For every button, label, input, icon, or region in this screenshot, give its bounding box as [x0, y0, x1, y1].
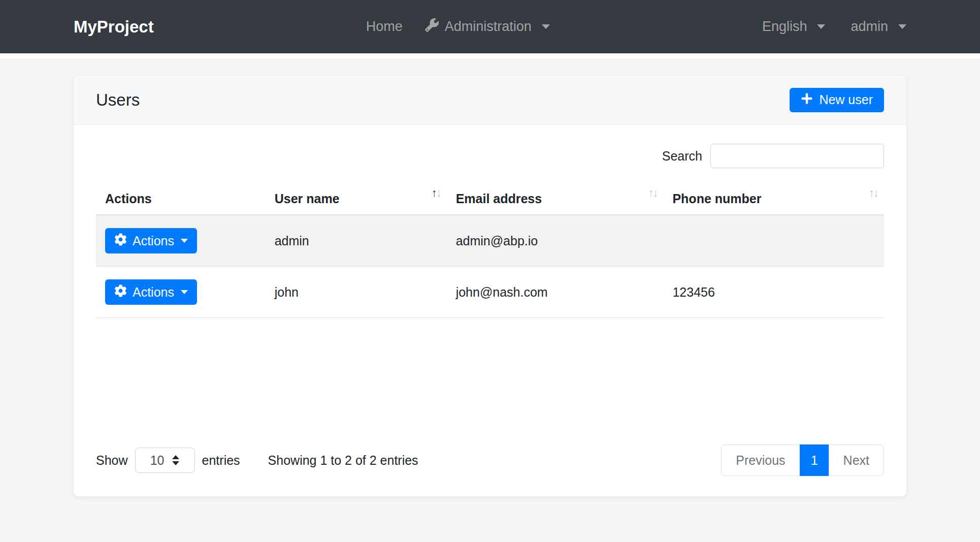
- nav-home[interactable]: Home: [366, 19, 403, 35]
- sort-desc-icon: ↓: [652, 186, 657, 199]
- chevron-down-icon: [181, 239, 188, 243]
- row-actions-label: Actions: [133, 285, 174, 300]
- actions-cell: Actions: [96, 215, 266, 267]
- phone-cell: [663, 215, 884, 267]
- row-actions-button[interactable]: Actions: [105, 279, 197, 305]
- users-card: Users New user Search Actions: [73, 75, 907, 497]
- nav-administration-label: Administration: [445, 19, 532, 35]
- sort-icons[interactable]: ↑↓: [869, 186, 878, 200]
- sort-asc-icon: ↑: [869, 186, 873, 199]
- search-row: Search: [96, 144, 884, 168]
- table-footer: Show 10 entries Showing 1 to 2 of 2 entr…: [96, 444, 884, 476]
- entries-label: entries: [202, 453, 240, 468]
- navbar-divider: [0, 53, 980, 58]
- nav-home-label: Home: [366, 19, 403, 35]
- nav-administration-dropdown[interactable]: Administration: [425, 18, 550, 36]
- show-entries-control: Show 10 entries: [96, 448, 240, 473]
- column-header-phone[interactable]: Phone number ↑↓: [663, 183, 884, 215]
- navbar-menu: Home Administration: [154, 18, 762, 36]
- table-info: Showing 1 to 2 of 2 entries: [268, 453, 418, 468]
- show-label: Show: [96, 453, 128, 468]
- phone-cell: 123456: [663, 267, 884, 318]
- column-header-email[interactable]: Email address ↑↓: [447, 183, 664, 215]
- chevron-down-icon: [181, 290, 188, 294]
- page-title: Users: [96, 90, 140, 110]
- username-cell: john: [266, 267, 447, 318]
- email-cell: admin@abp.io: [447, 215, 664, 267]
- actions-cell: Actions: [96, 267, 266, 318]
- sort-icons[interactable]: ↑↓: [648, 186, 657, 200]
- search-label: Search: [662, 149, 702, 164]
- select-updown-icon: [172, 455, 179, 465]
- row-actions-label: Actions: [133, 234, 174, 248]
- chevron-down-icon: [542, 24, 550, 29]
- page-size-value: 10: [150, 453, 165, 468]
- user-label: admin: [851, 19, 888, 35]
- card-body: Search Actions User name ↑↓ Email a: [74, 124, 906, 496]
- table-row: Actions admin admin@abp.io: [96, 215, 884, 267]
- pagination-page-1[interactable]: 1: [800, 444, 829, 476]
- table-header-row: Actions User name ↑↓ Email address ↑↓ Ph…: [96, 183, 884, 215]
- gear-icon: [114, 233, 127, 249]
- sort-icons[interactable]: ↑↓: [432, 186, 441, 200]
- gear-icon: [114, 284, 127, 300]
- chevron-down-icon: [898, 24, 906, 29]
- sort-asc-icon: ↑: [432, 186, 436, 199]
- language-dropdown[interactable]: English: [762, 19, 826, 35]
- user-dropdown[interactable]: admin: [851, 19, 906, 35]
- pagination: Previous 1 Next: [721, 444, 884, 476]
- top-navbar: MyProject Home Administration English ad…: [0, 0, 980, 53]
- email-cell: john@nash.com: [447, 267, 664, 318]
- column-header-username[interactable]: User name ↑↓: [266, 183, 447, 215]
- language-label: English: [762, 19, 807, 35]
- navbar-right: English admin: [762, 19, 906, 35]
- search-input[interactable]: [710, 144, 884, 168]
- card-header: Users New user: [74, 76, 906, 124]
- sort-desc-icon: ↓: [436, 186, 441, 199]
- pagination-previous[interactable]: Previous: [721, 444, 800, 476]
- username-cell: admin: [266, 215, 447, 267]
- row-actions-button[interactable]: Actions: [105, 228, 197, 253]
- table-row: Actions john john@nash.com 123456: [96, 267, 884, 318]
- pagination-next[interactable]: Next: [829, 444, 884, 476]
- brand-logo[interactable]: MyProject: [74, 17, 154, 37]
- users-table: Actions User name ↑↓ Email address ↑↓ Ph…: [96, 183, 884, 318]
- plus-icon: [801, 92, 813, 108]
- new-user-button[interactable]: New user: [790, 88, 884, 112]
- column-header-actions: Actions: [96, 183, 266, 215]
- sort-desc-icon: ↓: [873, 186, 878, 199]
- chevron-down-icon: [817, 24, 825, 29]
- page-size-select[interactable]: 10: [135, 448, 195, 473]
- new-user-button-label: New user: [819, 92, 873, 107]
- wrench-icon: [425, 18, 439, 36]
